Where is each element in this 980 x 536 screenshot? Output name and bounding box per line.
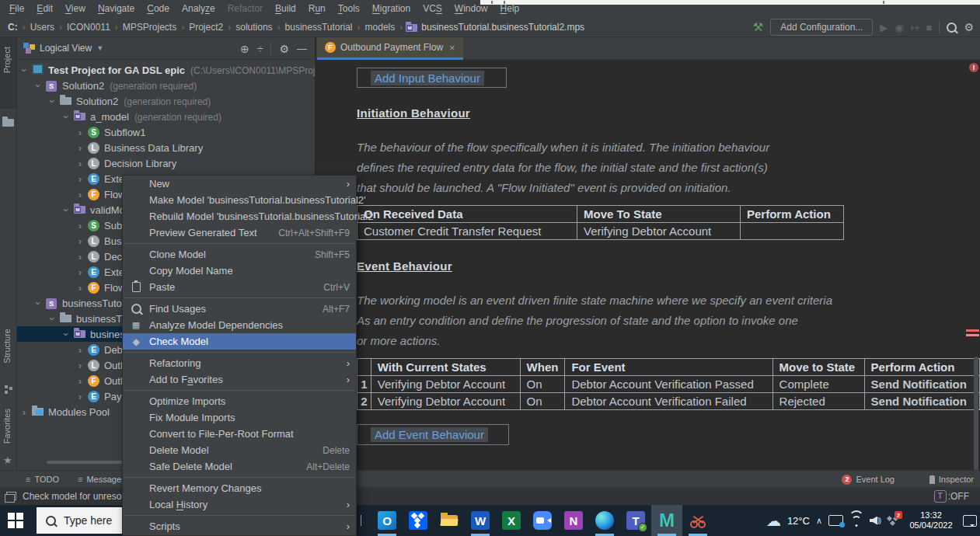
table-cell[interactable]: Debtor Account Verification Passed [565,376,772,393]
taskbar-app-mps[interactable]: M [651,505,682,536]
tray-expand-icon[interactable]: ∧ [816,516,822,526]
menubar-item-vcs[interactable]: VCS [417,2,448,16]
chevron-collapsed-icon[interactable]: › [76,266,84,278]
taskbar-app-excel[interactable]: X [496,505,527,536]
context-menu-item-convert-to-file-per-root-format[interactable]: Convert to File-Per-Root Format [123,426,356,442]
context-menu-item-delete-model[interactable]: Delete ModelDelete [123,442,356,458]
chevron-collapsed-icon[interactable]: › [76,220,84,231]
context-menu-item-rebuild-model-businesstutorial-businesstutorial2-[interactable]: Rebuild Model 'businessTutorial.business… [123,208,356,224]
chevron-collapsed-icon[interactable]: › [76,360,84,371]
context-menu-item-check-model[interactable]: ◆Check Model [123,333,356,350]
menubar-item-tools[interactable]: Tools [332,2,366,16]
start-button[interactable] [8,513,23,528]
chevron-expanded-icon[interactable]: › [33,82,44,89]
context-menu-item-safe-delete-model[interactable]: Safe Delete ModelAlt+Delete [123,458,356,475]
tree-row-business-data-library[interactable]: ›LBusiness Data Library [17,140,316,155]
chevron-expanded-icon[interactable]: › [61,330,72,338]
event-log-tool-button[interactable]: 2 Event Log [842,471,895,488]
run-coverage-icon[interactable]: ↦ [911,22,919,33]
menubar-item-file[interactable]: File [3,2,30,16]
settings-gear-icon[interactable]: ⚙ [964,21,974,33]
toolwindow-toggle-icon[interactable] [6,492,16,500]
stripe-structure-tab[interactable]: Structure [2,329,12,364]
taskbar-app-word[interactable]: W [465,505,496,536]
stripe-project-tab[interactable]: Project [2,47,12,73]
context-menu-item-paste[interactable]: PasteCtrl+V [123,279,356,295]
messages-tool-button[interactable]: ≡ Messages [78,471,126,488]
breadcrumb-drive[interactable]: C: [6,22,19,33]
tab-outbound-payment-flow[interactable]: F Outbound Payment Flow × [317,37,463,57]
table-cell[interactable]: Customer Credit Transfer Request [357,223,577,240]
hide-panel-icon[interactable]: — [297,43,307,54]
cast-display-icon[interactable] [828,515,843,526]
context-menu-item-add-to-favorites[interactable]: Add to Favorites› [123,371,356,388]
chevron-collapsed-icon[interactable]: › [76,173,84,185]
table-cell[interactable]: 1 [357,376,371,393]
stripe-favorites-tab[interactable]: Favorites [2,409,12,444]
notification-center-icon[interactable] [963,515,977,527]
stop-icon[interactable]: ■ [926,22,933,33]
chevron-collapsed-icon[interactable]: › [76,282,84,294]
chevron-collapsed-icon[interactable]: › [76,189,84,200]
menubar-item-edit[interactable]: Edit [30,2,59,16]
taskbar-app-outlook[interactable]: O [371,505,403,536]
debug-icon[interactable]: ◉ [895,22,903,33]
menubar-item-build[interactable]: Build [269,2,302,16]
table-cell[interactable]: 2 [357,393,371,410]
search-everywhere-icon[interactable] [947,23,957,33]
chevron-collapsed-icon[interactable]: › [76,391,84,402]
collapse-all-icon[interactable]: ÷ [257,43,263,55]
table-cell[interactable]: Debtor Account Verification Failed [565,393,772,410]
taskbar-app-snipping[interactable] [682,505,713,536]
add-configuration-button[interactable]: Add Configuration... [770,19,873,36]
context-menu-item-refactoring[interactable]: Refactoring› [123,355,356,371]
taskbar-app-explorer[interactable] [434,505,465,536]
table-cell[interactable]: Send Notification [864,393,979,410]
context-menu-item-new[interactable]: New› [123,176,356,192]
chevron-expanded-icon[interactable]: › [33,299,44,307]
breadcrumb-item[interactable]: ICON0011 [65,22,112,33]
temperature[interactable]: 12°C [787,515,810,527]
context-menu-item-preview-generated-text[interactable]: Preview Generated TextCtrl+Alt+Shift+F9 [123,224,356,241]
chevron-expanded-icon[interactable]: › [61,113,72,120]
chevron-collapsed-icon[interactable]: › [20,406,28,418]
error-stripe-marker[interactable] [966,329,979,332]
chevron-collapsed-icon[interactable]: › [76,127,84,138]
context-menu-item-fix-module-imports[interactable]: Fix Module Imports [123,409,356,426]
volume-icon[interactable]: )) [870,517,881,525]
breadcrumb-item[interactable]: MPSProjects [121,22,178,33]
taskbar-app-dropbox[interactable] [403,505,434,536]
view-selector[interactable]: Logical View [40,43,92,54]
chevron-expanded-icon[interactable]: › [19,66,30,74]
panel-settings-icon[interactable]: ⚙ [279,43,289,55]
breadcrumb-file[interactable]: MbusinessTutorial.businessTutorial2.mps [406,22,584,33]
table-cell[interactable]: Send Notification [864,376,979,393]
menubar-item-view[interactable]: View [59,2,92,16]
chevron-collapsed-icon[interactable]: › [76,251,84,263]
menubar-item-run[interactable]: Run [302,2,332,16]
menubar-item-migration[interactable]: Migration [366,2,417,16]
context-menu-item-analyze-model-dependencies[interactable]: ▦Analyze Model Dependencies [123,317,356,333]
breadcrumb-item[interactable]: solutions [234,22,274,33]
clock[interactable]: 13:32 05/04/2022 [905,510,957,531]
tree-row-test-project-for-ga-dsl-epic[interactable]: ›Test Project for GA DSL epic(C:\Users\I… [17,62,316,78]
breadcrumb-item[interactable]: models [364,22,397,33]
taskbar-app-onenote[interactable]: N [558,505,589,536]
context-menu-item-make-model-businesstutorial-businesstutorial2-[interactable]: Make Model 'businessTutorial.businessTut… [123,192,356,208]
inspector-tool-button[interactable]: Inspector [929,471,974,488]
table-cell[interactable]: Verifying Debtor Account [577,223,741,240]
run-icon[interactable]: ▶ [880,22,888,33]
chevron-collapsed-icon[interactable]: › [76,158,84,169]
table-cell[interactable]: On [520,376,565,393]
chevron-collapsed-icon[interactable]: › [76,344,84,356]
context-menu-item-copy-model-name[interactable]: Copy Model Name [123,263,356,279]
taskbar-app-zoom[interactable] [527,505,558,536]
add-event-behaviour-button[interactable]: Add Event Behaviour [357,424,509,445]
context-menu-item-local-history[interactable]: Local History› [123,496,356,513]
breadcrumb-item[interactable]: Project2 [187,22,225,33]
taskbar-app-teams[interactable]: T✓ [620,505,651,536]
editor-scrollbar[interactable] [974,357,978,473]
chevron-collapsed-icon[interactable]: › [76,235,84,247]
tree-row-solution2[interactable]: ›Solution2(generation required) [17,93,316,109]
menubar-item-analyze[interactable]: Analyze [176,2,221,16]
